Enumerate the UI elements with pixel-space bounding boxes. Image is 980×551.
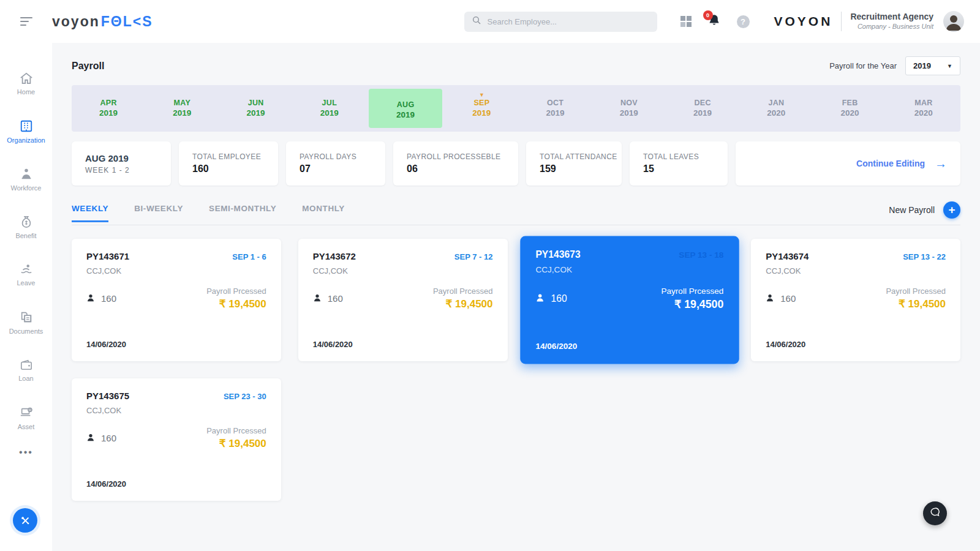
- search-input[interactable]: [488, 17, 650, 26]
- arrow-right-icon: →: [935, 157, 947, 170]
- month-label: FEB: [842, 99, 858, 107]
- sidebar-item-workforce[interactable]: Workforce: [0, 156, 52, 203]
- sidebar-nav: Home Organization Workforce Benefit Leav…: [0, 43, 52, 551]
- payroll-processed-date: 14/06/2020: [86, 479, 266, 489]
- sidebar-item-documents[interactable]: Documents: [0, 299, 52, 347]
- sidebar-item-organization[interactable]: Organization: [0, 108, 52, 156]
- year-label: 2019: [693, 108, 712, 118]
- month-tab-feb-2020[interactable]: FEB2020: [813, 85, 887, 132]
- year-label: 2019: [472, 108, 491, 118]
- chat-fab[interactable]: [923, 501, 947, 525]
- payroll-date-range: SEP 7 - 12: [454, 252, 493, 261]
- sidebar-more-icon[interactable]: •••: [19, 447, 33, 458]
- hamburger-menu-icon[interactable]: [0, 17, 52, 26]
- payroll-date-range: SEP 1 - 6: [232, 252, 266, 261]
- company-brand-logo: VOYON: [774, 14, 833, 29]
- month-label: JUL: [322, 99, 337, 107]
- month-tab-apr-2019[interactable]: APR2019: [72, 85, 145, 132]
- year-select-label: Payroll for the Year: [829, 61, 897, 70]
- apps-grid-icon[interactable]: [680, 16, 692, 27]
- payroll-org-codes: CCJ,COK: [766, 266, 946, 276]
- year-select[interactable]: 2019 ▼: [905, 56, 960, 75]
- org-name: Recruitment Agency: [850, 12, 933, 23]
- stat-card-total-employee: TOTAL EMPLOYEE 160: [179, 141, 278, 186]
- sidebar-item-leave[interactable]: Leave: [0, 251, 52, 299]
- sidebar-item-label: Asset: [18, 423, 35, 430]
- stat-card-payroll-days: PAYROLL DAYS 07: [286, 141, 385, 186]
- plus-icon: +: [943, 201, 960, 219]
- tab-semi-monthly[interactable]: SEMI-MONTHLY: [209, 204, 276, 222]
- month-tab-nov-2019[interactable]: NOV2019: [592, 85, 666, 132]
- month-tab-dec-2019[interactable]: DEC2019: [666, 85, 739, 132]
- settings-tools-fab[interactable]: [13, 508, 37, 533]
- tab-weekly[interactable]: WEEKLY: [72, 204, 108, 222]
- notification-count-badge: 0: [703, 10, 713, 20]
- search-icon: [472, 15, 481, 28]
- stat-label: TOTAL ATTENDANCE: [540, 152, 608, 161]
- sidebar-item-asset[interactable]: Asset: [0, 394, 52, 442]
- year-label: 2019: [173, 108, 191, 118]
- top-bar: voyon FΘL<S 0 ? VOYON Recruitment Agency…: [0, 0, 980, 43]
- payroll-amount: ₹ 19,4500: [886, 298, 946, 310]
- month-label: MAY: [174, 99, 191, 107]
- payroll-amount: ₹ 19,4500: [206, 437, 266, 450]
- payroll-processed-date: 14/06/2020: [535, 342, 723, 351]
- month-tab-may-2019[interactable]: MAY2019: [145, 85, 219, 132]
- employee-search[interactable]: [464, 12, 657, 32]
- payroll-date-range: SEP 13 - 18: [679, 250, 723, 260]
- employee-count: 160: [101, 293, 116, 304]
- month-label: APR: [100, 99, 116, 107]
- month-label: NOV: [620, 99, 638, 107]
- person-icon: [86, 293, 95, 304]
- month-tab-jan-2020[interactable]: JAN2020: [739, 85, 813, 132]
- year-label: 2019: [320, 108, 339, 118]
- user-avatar[interactable]: [943, 11, 964, 32]
- stat-label: TOTAL EMPLOYEE: [192, 152, 265, 161]
- month-tab-mar-2020[interactable]: MAR2020: [887, 85, 960, 132]
- current-month-pointer-icon: ▼: [479, 91, 484, 99]
- month-tab-oct-2019[interactable]: OCT2019: [519, 85, 592, 132]
- continue-editing-button[interactable]: Continue Editing →: [736, 141, 960, 186]
- payroll-card-PY143672[interactable]: PY143672 SEP 7 - 12 CCJ,COK 160 Payroll …: [298, 239, 508, 361]
- tab-bi-weekly[interactable]: BI-WEEKLY: [134, 204, 183, 222]
- help-icon[interactable]: ?: [737, 15, 750, 28]
- notifications-bell-icon[interactable]: 0: [707, 13, 721, 30]
- main-content: Payroll Payroll for the Year 2019 ▼ APR2…: [52, 43, 980, 551]
- sidebar-item-benefit[interactable]: Benefit: [0, 203, 52, 251]
- month-tab-sep-2019[interactable]: ▼SEP2019: [445, 85, 518, 132]
- month-tab-aug-2019[interactable]: AUG2019: [369, 89, 442, 128]
- payroll-processed-date: 14/06/2020: [766, 340, 946, 349]
- period-title: AUG 2019: [85, 153, 157, 163]
- payroll-card-PY143675[interactable]: PY143675 SEP 23 - 30 CCJ,COK 160 Payroll…: [72, 378, 281, 501]
- month-label: OCT: [547, 99, 564, 107]
- year-label: 2019: [99, 108, 118, 118]
- person-icon: [313, 293, 322, 304]
- tab-monthly[interactable]: MONTHLY: [302, 204, 345, 222]
- chevron-down-icon: ▼: [947, 63, 952, 69]
- stat-value: 15: [643, 163, 714, 174]
- person-icon: [86, 433, 95, 444]
- month-tab-jun-2019[interactable]: JUN2019: [219, 85, 293, 132]
- loan-icon: [20, 359, 33, 371]
- payroll-card-grid: PY143671 SEP 1 - 6 CCJ,COK 160 Payroll P…: [72, 239, 960, 501]
- sidebar-item-home[interactable]: Home: [0, 60, 52, 108]
- stat-label: PAYROLL PROCESSEBLE: [407, 152, 505, 161]
- payroll-status: Payroll Prcessed: [433, 287, 493, 296]
- sidebar-item-loan[interactable]: Loan: [0, 347, 52, 394]
- payroll-card-PY143671[interactable]: PY143671 SEP 1 - 6 CCJ,COK 160 Payroll P…: [72, 239, 281, 361]
- payroll-processed-date: 14/06/2020: [86, 340, 266, 349]
- payroll-date-range: SEP 13 - 22: [903, 252, 946, 261]
- documents-icon: [20, 310, 33, 324]
- stat-value: 07: [300, 163, 372, 174]
- month-label: DEC: [694, 99, 710, 107]
- month-label: AUG: [397, 100, 415, 109]
- sidebar-item-label: Workforce: [11, 184, 42, 192]
- person-icon: [535, 293, 545, 304]
- new-payroll-button[interactable]: New Payroll +: [889, 201, 960, 225]
- payroll-amount: ₹ 19,4500: [433, 298, 493, 310]
- year-label: 2020: [914, 108, 933, 118]
- new-payroll-label: New Payroll: [889, 205, 935, 215]
- month-tab-jul-2019[interactable]: JUL2019: [293, 85, 366, 132]
- payroll-card-PY143674[interactable]: PY143674 SEP 13 - 22 CCJ,COK 160 Payroll…: [751, 239, 960, 361]
- payroll-card-PY143673-selected[interactable]: PY143673 SEP 13 - 18 CCJ,COK 160 Payroll…: [520, 236, 739, 364]
